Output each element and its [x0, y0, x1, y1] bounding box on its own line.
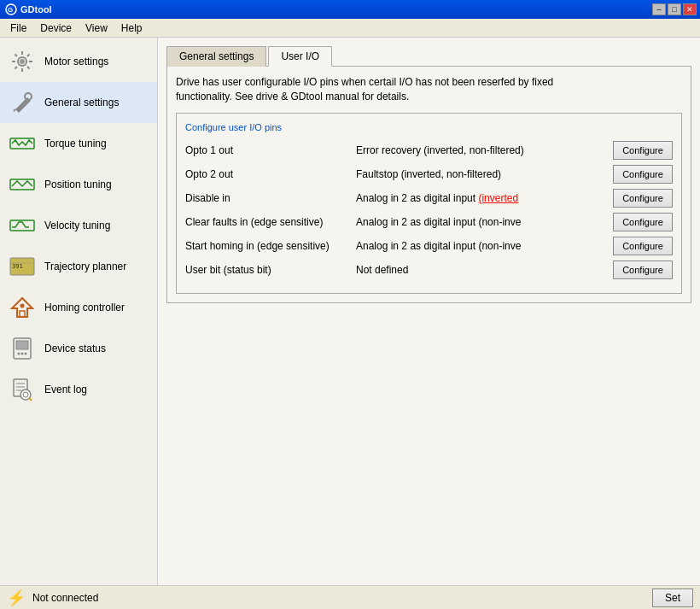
configure-button-disable[interactable]: Configure — [613, 189, 673, 208]
minimize-button[interactable]: – — [652, 3, 666, 15]
trajectory-icon: 391 — [9, 253, 36, 280]
pin-row-userbit: User bit (status bit) Not defined Config… — [185, 261, 673, 279]
pin-config-userbit: Not defined — [356, 264, 606, 276]
app-icon: G — [5, 3, 17, 15]
content-area: General settings User I/O Drive has user… — [158, 38, 700, 585]
main-layout: Motor settings General settings Torqu — [0, 38, 700, 585]
maximize-button[interactable]: □ — [668, 3, 681, 15]
sidebar-item-motor-settings[interactable]: Motor settings — [0, 41, 157, 82]
menu-device[interactable]: Device — [33, 20, 79, 36]
svg-point-25 — [18, 353, 20, 355]
titlebar-left: G GDtool — [5, 3, 52, 15]
svg-text:G: G — [8, 6, 13, 14]
statusbar: ⚡ Not connected Set — [0, 585, 700, 609]
wrench-icon — [9, 89, 36, 116]
pin-row-clearfaults: Clear faults in (edge sensitive) Analog … — [185, 213, 673, 231]
sidebar-label-homing-controller: Homing controller — [44, 302, 125, 313]
pin-config-opto1: Error recovery (inverted, non-filtered) — [356, 144, 606, 156]
usb-icon: ⚡ — [7, 589, 26, 607]
svg-line-10 — [15, 67, 18, 69]
configure-button-opto2[interactable]: Configure — [613, 165, 673, 184]
sidebar-label-general-settings: General settings — [44, 97, 119, 108]
svg-rect-14 — [10, 138, 34, 149]
close-button[interactable]: ✕ — [683, 3, 697, 15]
svg-line-8 — [27, 67, 30, 69]
configure-button-userbit[interactable]: Configure — [613, 261, 673, 279]
pin-name-homing: Start homing in (edge sensitive) — [185, 240, 356, 252]
pin-config-disable-underline: (inverted — [478, 192, 518, 204]
pin-config-disable-before: Analog in 2 as digital input — [356, 192, 478, 204]
device-icon — [9, 335, 36, 362]
tab-content: Drive has user configurable I/O pins whe… — [166, 66, 691, 303]
pin-config-opto2: Faultstop (inverted, non-filtered) — [356, 168, 606, 180]
svg-point-27 — [25, 353, 27, 355]
sidebar-label-motor-settings: Motor settings — [44, 56, 108, 67]
menubar: File Device View Help — [0, 19, 700, 38]
tab-user-io[interactable]: User I/O — [268, 46, 332, 67]
statusbar-left: ⚡ Not connected — [7, 589, 98, 607]
home-icon — [9, 294, 36, 321]
sidebar-item-position-tuning[interactable]: Position tuning — [0, 164, 157, 205]
pin-name-userbit: User bit (status bit) — [185, 264, 356, 276]
position-icon — [9, 171, 36, 198]
menu-file[interactable]: File — [3, 20, 33, 36]
pin-name-disable: Disable in — [185, 192, 356, 204]
pin-row-opto1: Opto 1 out Error recovery (inverted, non… — [185, 141, 673, 160]
titlebar: G GDtool – □ ✕ — [0, 0, 700, 19]
log-icon — [9, 376, 36, 403]
sidebar-label-event-log: Event log — [44, 384, 87, 395]
pin-name-opto2: Opto 2 out — [185, 168, 356, 180]
sidebar-label-trajectory-planner: Trajectory planner — [44, 261, 126, 272]
configure-button-homing[interactable]: Configure — [613, 237, 673, 255]
config-section-title: Configure user I/O pins — [185, 122, 673, 132]
sidebar-item-event-log[interactable]: Event log — [0, 369, 157, 410]
pin-row-homing: Start homing in (edge sensitive) Analog … — [185, 237, 673, 255]
sidebar-label-position-tuning: Position tuning — [44, 179, 112, 190]
tab-general-settings[interactable]: General settings — [166, 46, 266, 67]
gear-icon — [9, 48, 36, 75]
pin-config-disable: Analog in 2 as digital input (inverted — [356, 192, 606, 204]
connection-status: Not connected — [32, 592, 98, 604]
pin-config-clearfaults: Analog in 2 as digital input (non-inve — [356, 216, 606, 228]
svg-rect-21 — [20, 311, 25, 317]
sidebar-label-device-status: Device status — [44, 343, 106, 354]
sidebar-item-homing-controller[interactable]: Homing controller — [0, 287, 157, 328]
pin-config-homing: Analog in 2 as digital input (non-inve — [356, 240, 606, 252]
torque-icon — [9, 130, 36, 157]
pin-name-clearfaults: Clear faults in (edge sensitive) — [185, 216, 356, 228]
sidebar-item-torque-tuning[interactable]: Torque tuning — [0, 123, 157, 164]
svg-point-26 — [21, 353, 24, 355]
svg-line-9 — [27, 55, 30, 57]
velocity-icon — [9, 212, 36, 239]
config-section: Configure user I/O pins Opto 1 out Error… — [176, 113, 682, 294]
pin-row-opto2: Opto 2 out Faultstop (inverted, non-filt… — [185, 165, 673, 184]
pin-row-disable: Disable in Analog in 2 as digital input … — [185, 189, 673, 208]
svg-rect-24 — [16, 341, 28, 349]
sidebar-item-device-status[interactable]: Device status — [0, 328, 157, 369]
pin-name-opto1: Opto 1 out — [185, 144, 356, 156]
description: Drive has user configurable I/O pins whe… — [176, 75, 682, 104]
svg-text:391: 391 — [12, 263, 23, 270]
configure-button-clearfaults[interactable]: Configure — [613, 213, 673, 231]
sidebar-item-trajectory-planner[interactable]: 391 Trajectory planner — [0, 246, 157, 287]
svg-line-7 — [15, 55, 18, 57]
sidebar-item-velocity-tuning[interactable]: Velocity tuning — [0, 205, 157, 246]
configure-button-opto1[interactable]: Configure — [613, 141, 673, 160]
tab-bar: General settings User I/O — [166, 46, 691, 67]
svg-line-13 — [14, 109, 15, 111]
window-title: GDtool — [20, 4, 52, 15]
set-button[interactable]: Set — [652, 589, 693, 607]
sidebar-label-torque-tuning: Torque tuning — [44, 138, 107, 149]
svg-point-11 — [20, 59, 25, 64]
menu-view[interactable]: View — [79, 20, 114, 36]
svg-point-22 — [20, 304, 25, 308]
sidebar: Motor settings General settings Torqu — [0, 38, 158, 585]
menu-help[interactable]: Help — [114, 20, 149, 36]
sidebar-label-velocity-tuning: Velocity tuning — [44, 220, 110, 231]
svg-line-34 — [29, 398, 32, 401]
sidebar-item-general-settings[interactable]: General settings — [0, 82, 157, 123]
titlebar-buttons: – □ ✕ — [652, 3, 697, 15]
